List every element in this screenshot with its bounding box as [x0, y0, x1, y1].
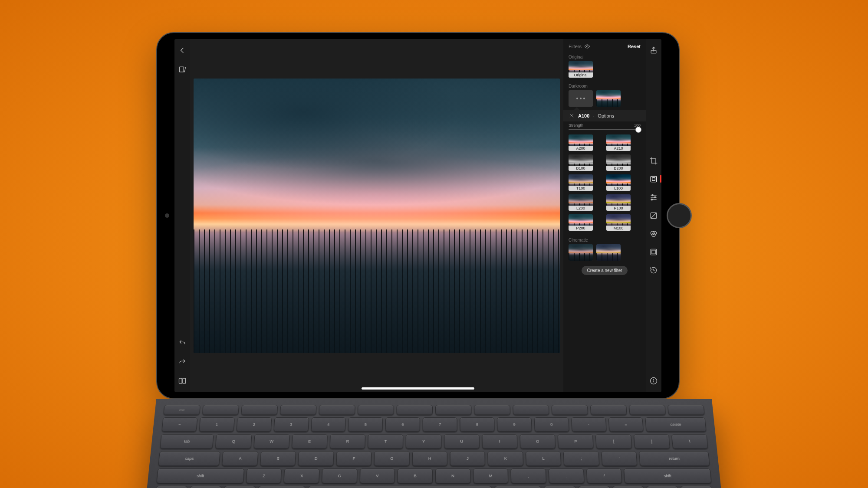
home-button[interactable]: [667, 203, 692, 228]
key[interactable]: I: [482, 434, 517, 449]
key[interactable]: 1: [199, 417, 234, 432]
key[interactable]: shift: [156, 468, 244, 483]
key[interactable]: option: [544, 486, 576, 488]
info-icon[interactable]: [649, 377, 658, 385]
key[interactable]: [612, 486, 645, 488]
color-icon[interactable]: [649, 229, 658, 238]
canvas[interactable]: [190, 39, 563, 392]
key[interactable]: H: [412, 451, 447, 466]
close-icon[interactable]: [569, 113, 575, 119]
key[interactable]: W: [253, 434, 289, 449]
key[interactable]: J: [450, 451, 486, 466]
filter-p200[interactable]: P200: [569, 214, 593, 231]
key[interactable]: R: [330, 434, 366, 449]
key[interactable]: V: [359, 468, 395, 483]
key[interactable]: [319, 405, 355, 415]
key[interactable]: O: [520, 434, 556, 449]
key[interactable]: [629, 405, 666, 415]
key[interactable]: [: [595, 434, 632, 449]
key[interactable]: [358, 405, 394, 415]
key[interactable]: 3: [273, 417, 309, 432]
key[interactable]: Z: [246, 468, 282, 483]
key[interactable]: [474, 405, 510, 415]
key[interactable]: [646, 486, 679, 488]
key[interactable]: L: [526, 451, 562, 466]
key[interactable]: K: [488, 451, 523, 466]
key[interactable]: X: [284, 468, 320, 483]
key[interactable]: T: [368, 434, 403, 449]
key[interactable]: 6: [385, 417, 420, 432]
key[interactable]: 7: [423, 417, 457, 432]
visibility-icon[interactable]: [584, 43, 590, 49]
key[interactable]: /: [586, 468, 622, 483]
key[interactable]: E: [292, 434, 328, 449]
key[interactable]: S: [260, 451, 296, 466]
key[interactable]: [241, 405, 278, 415]
filter-m100[interactable]: M100: [606, 214, 631, 231]
key[interactable]: tab: [160, 434, 214, 449]
key[interactable]: ~: [161, 417, 197, 432]
more-filters-tile[interactable]: [569, 90, 593, 107]
key[interactable]: esc: [163, 405, 200, 415]
filters-icon[interactable]: [649, 175, 658, 183]
key[interactable]: shift: [624, 468, 711, 483]
key[interactable]: -: [571, 417, 607, 432]
slider-knob[interactable]: [635, 127, 641, 133]
key[interactable]: [578, 486, 611, 488]
key[interactable]: ]: [634, 434, 670, 449]
key[interactable]: A: [222, 451, 259, 466]
filter-a200[interactable]: A200: [569, 134, 593, 151]
key[interactable]: G: [374, 451, 410, 466]
filter-t100[interactable]: T100: [569, 174, 593, 191]
key[interactable]: .: [549, 468, 585, 483]
key[interactable]: control: [189, 486, 221, 488]
key[interactable]: [667, 405, 704, 415]
key[interactable]: B: [398, 468, 433, 483]
key[interactable]: [202, 405, 239, 415]
filter-l200[interactable]: L200: [569, 194, 593, 211]
options-label[interactable]: Options: [598, 113, 614, 118]
filter-cinematic-1[interactable]: [569, 244, 593, 261]
create-filter-button[interactable]: Create a new filter: [582, 266, 627, 275]
key[interactable]: [280, 405, 316, 415]
key[interactable]: [396, 405, 433, 415]
key[interactable]: C: [322, 468, 357, 483]
undo-icon[interactable]: [178, 338, 187, 347]
frame-icon[interactable]: [649, 248, 658, 256]
key[interactable]: delete: [645, 417, 707, 432]
key[interactable]: ': [601, 451, 637, 466]
filter-l100[interactable]: L100: [606, 174, 631, 191]
key[interactable]: [552, 405, 588, 415]
key[interactable]: U: [444, 434, 480, 449]
key[interactable]: [681, 486, 713, 488]
reset-button[interactable]: Reset: [628, 44, 641, 49]
key[interactable]: 9: [497, 417, 532, 432]
key[interactable]: F: [336, 451, 372, 466]
key[interactable]: 4: [311, 417, 346, 432]
library-icon[interactable]: [178, 65, 187, 74]
curves-icon[interactable]: [649, 211, 658, 220]
key[interactable]: Y: [406, 434, 441, 449]
key[interactable]: \: [671, 434, 708, 449]
strength-slider[interactable]: [569, 129, 641, 130]
filter-a210[interactable]: A210: [606, 134, 631, 151]
key[interactable]: Q: [215, 434, 252, 449]
filter-a100[interactable]: [596, 90, 621, 107]
key[interactable]: [435, 405, 472, 415]
filter-cinematic-2[interactable]: [596, 244, 621, 261]
filter-b200[interactable]: B200: [606, 154, 631, 171]
back-icon[interactable]: [178, 46, 187, 55]
key[interactable]: cmd: [257, 486, 305, 488]
redo-icon[interactable]: [178, 357, 187, 366]
adjust-icon[interactable]: [649, 193, 658, 202]
key[interactable]: =: [608, 417, 644, 432]
key[interactable]: [590, 405, 627, 415]
key[interactable]: ;: [563, 451, 599, 466]
key[interactable]: [513, 405, 549, 415]
crop-icon[interactable]: [649, 157, 658, 165]
filter-original[interactable]: Original: [569, 61, 593, 78]
key[interactable]: [155, 486, 187, 488]
share-icon[interactable]: [649, 46, 658, 55]
key[interactable]: 2: [236, 417, 272, 432]
key[interactable]: option: [223, 486, 256, 488]
